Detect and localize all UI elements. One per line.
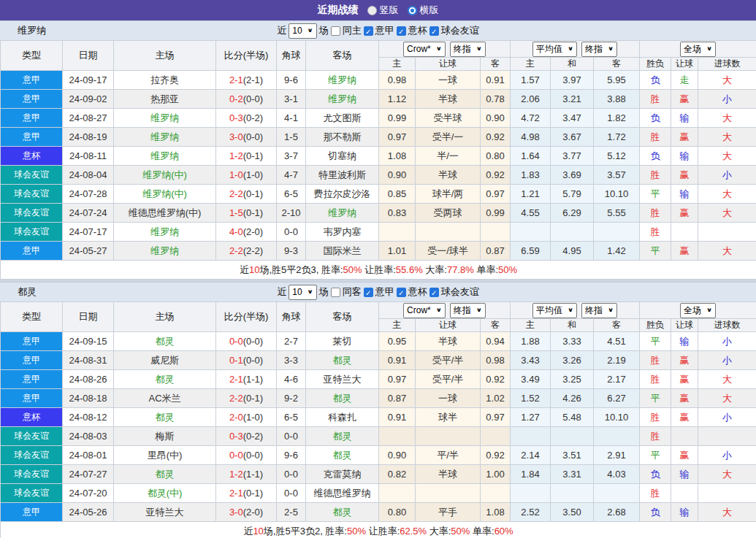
team-summary: 近10场,胜5平2负3, 胜率:50% 让胜率:55.6% 大率:77.8% 单… [1,261,756,280]
result-goals: 小 [698,90,756,109]
result-winloss: 负 [640,503,671,522]
match-score: 1-0(1-0) [216,166,277,185]
corner-score: 6-5 [277,408,306,427]
result-handicap: 赢 [671,408,698,427]
match-date: 24-07-28 [63,185,114,204]
games-label: 场 [319,24,329,37]
coppa-italia-checkbox[interactable] [397,288,406,297]
scope-select[interactable]: 全场∨ [680,303,716,318]
same-venue-checkbox[interactable] [331,26,340,36]
subcol-avg-draw: 和 [551,58,594,71]
competition-badge: 球会友谊 [1,166,63,185]
match-date: 24-08-26 [63,370,114,389]
match-row: 球会友谊24-07-17维罗纳4-0(2-0)0-0韦罗内塞胜 [1,223,756,242]
avg-draw-odds: 3.25 [551,370,594,389]
match-score: 3-0(2-0) [216,503,277,522]
home-team: 都灵 [114,370,216,389]
result-winloss: 平 [640,446,671,465]
avg-home-odds: 6.59 [511,242,551,261]
avg-draw-odds: 3.50 [551,503,594,522]
handicap-line: 受半球 [416,109,481,128]
result-handicap: 输 [671,147,698,166]
subcol-home-odds: 主 [379,319,416,332]
avg-home-odds: 2.52 [511,503,551,522]
avg-away-odds [594,427,640,446]
friendly-checkbox[interactable] [429,288,439,297]
corner-score: 0-0 [277,223,306,242]
home-team: 维罗纳(中) [114,185,216,204]
team-section-header: 都灵 近 10 ∨ 场 同客 意甲 意杯 球会友谊 [0,282,756,301]
match-date: 24-08-12 [63,408,114,427]
view-option-label: 横版 [420,4,439,17]
match-date: 24-08-03 [63,427,114,446]
subcol-avg-home: 主 [511,58,551,71]
home-team: 维罗纳 [114,128,216,147]
subcol-avg-home: 主 [511,319,551,332]
result-handicap: 走 [671,71,698,90]
col-header-score: 比分(半场) [216,41,277,71]
handicap-line: 球半/两 [416,185,481,204]
odds-provider-select[interactable]: Crow*∨ [403,42,446,57]
away-team: 科森扎 [306,408,379,427]
competition-badge: 意甲 [1,90,63,109]
col-header-away: 客场 [306,41,379,71]
match-count-select[interactable]: 10 ∨ [289,285,316,300]
serie-a-checkbox[interactable] [364,26,373,36]
handicap-away-odds: 0.92 [481,370,511,389]
chevron-down-icon: ∨ [308,28,313,34]
match-date: 24-09-02 [63,90,114,109]
average-time-select[interactable]: 终指∨ [581,303,617,318]
match-row: 意甲24-09-15都灵0-0(0-0)2-7莱切0.95半球0.941.883… [1,332,756,351]
match-row: 意甲24-05-26亚特兰大3-0(2-0)2-5都灵0.80平手1.082.5… [1,503,756,522]
away-team: 都灵 [306,446,379,465]
chevron-down-icon: ∨ [436,46,442,52]
recent-label: 近 [277,285,286,299]
serie-a-label: 意甲 [375,285,394,299]
serie-a-checkbox[interactable] [364,288,373,297]
average-select[interactable]: 平均值∨ [532,303,577,318]
match-score: 2-1(1-1) [216,370,277,389]
average-time-select[interactable]: 终指∨ [581,42,617,57]
view-option-horizontal[interactable]: 横版 [408,4,439,17]
home-team: 都灵 [114,465,216,484]
match-date: 24-07-24 [63,204,114,223]
avg-draw-odds [551,484,594,503]
match-count-select[interactable]: 10 ∨ [289,23,316,39]
result-winloss: 胜 [640,166,671,185]
friendly-checkbox[interactable] [429,26,439,36]
col-header-type: 类型 [1,302,63,332]
competition-badge: 意甲 [1,242,63,261]
result-handicap: 赢 [671,351,698,370]
view-option-vertical[interactable]: 竖版 [367,4,399,17]
coppa-italia-checkbox[interactable] [397,26,406,36]
result-handicap: 赢 [671,128,698,147]
corner-score: 9-2 [277,389,306,408]
result-group-header: 全场∨ [640,41,756,58]
match-row: 意甲24-08-26都灵2-1(1-1)4-6亚特兰大0.97受平/半0.923… [1,370,756,389]
competition-badge: 意甲 [1,503,63,522]
match-date: 24-08-01 [63,446,114,465]
average-select[interactable]: 平均值∨ [532,42,577,57]
result-goals: 大 [698,370,756,389]
handicap-line: 一球 [416,389,481,408]
subcol-away-odds: 客 [481,58,511,71]
handicap-line [416,427,481,446]
avg-away-odds: 3.57 [594,166,640,185]
scope-select[interactable]: 全场∨ [680,42,716,57]
home-team: 都灵(中) [114,484,216,503]
corner-score: 2-7 [277,332,306,351]
handicap-away-odds: 0.97 [481,185,511,204]
odds-provider-select[interactable]: Crow*∨ [403,303,446,318]
handicap-group-header: Crow*∨ 终指∨ [379,41,511,58]
radio-icon[interactable] [408,6,417,15]
radio-icon[interactable] [367,6,377,15]
result-goals: 大 [698,147,756,166]
match-row: 意甲24-08-19维罗纳3-0(0-0)1-5那不勒斯0.97受半/一0.92… [1,128,756,147]
odds-time-select[interactable]: 终指∨ [450,303,486,318]
odds-time-select[interactable]: 终指∨ [450,42,486,57]
subcol-winloss: 胜负 [640,319,671,332]
handicap-line: 受半/一 [416,128,481,147]
same-venue-checkbox[interactable] [331,288,340,297]
competition-badge: 球会友谊 [1,427,63,446]
handicap-home-odds: 0.90 [379,446,416,465]
